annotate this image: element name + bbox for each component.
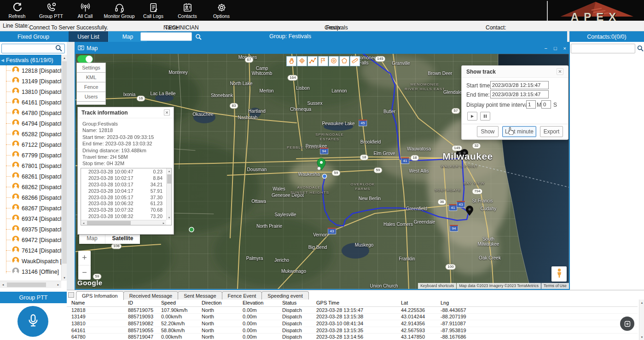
search-icon[interactable] xyxy=(637,45,644,53)
user-item[interactable]: 69472 [Dispatch] xyxy=(0,235,61,245)
contacts-search-input[interactable] xyxy=(571,44,635,53)
track-point-row[interactable]: 2023-03-28 10:08:3273.20 xyxy=(81,213,166,219)
user-item[interactable]: 68261 [Dispatch] xyxy=(0,171,61,182)
scroll-left-icon[interactable]: ◄ xyxy=(81,220,86,225)
scroll-up-icon[interactable]: ▲ xyxy=(167,168,172,173)
map-fence-button[interactable]: Fence xyxy=(76,82,106,92)
monitor-group-button[interactable]: Monitor Group xyxy=(102,0,136,21)
interval-minutes-input[interactable] xyxy=(526,100,536,109)
track-list-horizontal-scrollbar[interactable]: ◄ ► xyxy=(81,220,166,225)
ruler-tool-button[interactable] xyxy=(350,56,360,66)
user-item[interactable]: 69374 [Dispatch] xyxy=(0,213,61,224)
keyboard-shortcuts-button[interactable]: Keyboard shortcuts xyxy=(418,283,456,289)
track-list-vertical-scrollbar[interactable]: ▲ ▼ xyxy=(166,168,171,220)
track-point-list[interactable]: 2023-03-28 10:00:470.232023-03-28 10:02:… xyxy=(81,168,172,225)
terms-of-use-link[interactable]: Terms of Use xyxy=(541,283,569,289)
scroll-right-icon[interactable]: ► xyxy=(161,220,166,225)
options-button[interactable]: Options xyxy=(204,0,238,21)
position-tool-button[interactable] xyxy=(297,56,307,66)
interval-seconds-input[interactable] xyxy=(541,100,551,109)
map-layer-toggle[interactable] xyxy=(77,55,93,63)
user-item[interactable]: 13146 [Offline] xyxy=(0,266,61,277)
all-call-button[interactable]: All Call xyxy=(68,0,102,21)
group-ptt-button[interactable]: Group PTT xyxy=(34,0,68,21)
end-time-input[interactable] xyxy=(490,90,549,98)
user-item[interactable]: 69375 [Dispatch] xyxy=(0,224,61,235)
track-point-row[interactable]: 2023-03-28 10:03:1734.21 xyxy=(81,181,166,188)
tab-gps-infomation[interactable]: GPS Infomation xyxy=(76,291,124,300)
close-icon[interactable]: ✕ xyxy=(164,109,170,115)
user-item[interactable]: 64794 [Dispatch] xyxy=(0,118,61,129)
user-item[interactable]: 68262 [Dispatch] xyxy=(0,182,61,192)
ptt-mic-button[interactable] xyxy=(17,306,48,337)
minimize-icon[interactable]: − xyxy=(544,46,547,51)
user-item[interactable]: 64780 [Dispatch] xyxy=(0,108,61,118)
tab-fence-event[interactable]: Fence Event xyxy=(222,291,262,300)
scroll-down-icon[interactable]: ▼ xyxy=(639,334,644,340)
circle-tool-button[interactable] xyxy=(329,56,339,66)
polygon-tool-button[interactable] xyxy=(339,56,349,66)
pause-button[interactable] xyxy=(480,112,490,121)
export-button[interactable]: Export xyxy=(540,126,563,137)
user-item[interactable]: 68266 [Dispatch] xyxy=(0,192,61,203)
play-button[interactable]: ▶ xyxy=(467,112,477,121)
track-point-row[interactable]: 2023-03-28 10:06:3261.23 xyxy=(81,200,166,207)
search-icon[interactable] xyxy=(55,45,62,53)
screen-capture-overlay-icon[interactable] xyxy=(620,317,634,331)
panel-corner-button[interactable] xyxy=(68,292,74,298)
scroll-left-icon[interactable]: ◄ xyxy=(0,281,6,288)
user-item[interactable]: 13149 [Dispatch] xyxy=(0,76,61,86)
sidebar-vertical-scrollbar[interactable]: ▲ ▼ xyxy=(61,55,67,281)
user-item[interactable]: 67799 [Dispatch] xyxy=(0,150,61,161)
tab-sent-message[interactable]: Sent Message xyxy=(178,291,222,300)
close-icon[interactable]: × xyxy=(563,46,566,51)
map-canvas[interactable]: MontereyMonchesCampWhitcombNorth LakeMer… xyxy=(75,54,569,289)
hand-tool-button[interactable] xyxy=(286,56,296,66)
tab-user-list[interactable]: User List xyxy=(69,31,108,42)
track-point-row[interactable]: 2023-03-28 10:04:1757.91 xyxy=(81,188,166,194)
track-point-row[interactable]: 2023-03-28 10:00:470.23 xyxy=(81,168,166,175)
scrollbar-thumb[interactable] xyxy=(62,61,67,264)
scroll-right-icon[interactable]: ► xyxy=(55,281,61,288)
sidebar-horizontal-scrollbar[interactable]: ◄ ► xyxy=(0,281,61,288)
user-item[interactable]: 67801 [Dispatch] xyxy=(0,161,61,171)
call-logs-button[interactable]: Call Logs xyxy=(136,0,170,21)
start-time-input[interactable] xyxy=(490,81,549,89)
map-window-titlebar[interactable]: Map − □ × xyxy=(75,43,569,54)
group-ptt-bar[interactable]: Group PTT xyxy=(0,292,67,303)
pegman-button[interactable] xyxy=(551,266,567,282)
tab-speeding-event[interactable]: Speeding event xyxy=(261,291,308,300)
tab-received-message[interactable]: Received Message xyxy=(123,291,179,300)
scrollbar-thumb[interactable] xyxy=(7,282,46,287)
last-minute-button[interactable]: Last minute xyxy=(502,126,536,137)
polyline-tool-button[interactable] xyxy=(307,56,318,66)
user-item[interactable]: 65282 [Dispatch] xyxy=(0,129,61,139)
scroll-down-icon[interactable]: ▼ xyxy=(167,215,172,220)
track-point-row[interactable]: 2023-03-28 10:05:1737.30 xyxy=(81,194,166,201)
contacts-button[interactable]: Contacts xyxy=(170,0,204,21)
scroll-up-icon[interactable]: ▲ xyxy=(62,55,67,61)
scroll-up-icon[interactable]: ▲ xyxy=(639,300,644,305)
track-point-row[interactable]: 2023-03-28 10:02:178.84 xyxy=(81,175,166,181)
map-extra-button[interactable] xyxy=(76,101,106,105)
zoom-in-button[interactable]: + xyxy=(78,251,91,265)
map-kml-button[interactable]: KML xyxy=(76,72,106,82)
close-icon[interactable]: ✕ xyxy=(557,68,563,75)
header-search-icon[interactable] xyxy=(194,32,203,41)
scroll-down-icon[interactable]: ▼ xyxy=(62,275,67,281)
flag-tool-button[interactable] xyxy=(318,56,328,66)
group-node-festivals[interactable]: ◀ Festivals (61/19/0) xyxy=(0,55,61,65)
user-item[interactable]: 13810 [Dispatch] xyxy=(0,86,61,97)
refresh-button[interactable]: Refresh xyxy=(0,0,34,21)
header-search-input[interactable] xyxy=(140,32,192,41)
user-item[interactable]: 64161 [Dispatch] xyxy=(0,97,61,108)
show-button[interactable]: Show xyxy=(477,126,499,137)
user-item[interactable]: WaukDispatch [Dis xyxy=(0,256,61,266)
map-users-button[interactable]: Users xyxy=(76,92,106,102)
user-item[interactable]: 12818 [Dispatch] xyxy=(0,65,61,76)
maximize-icon[interactable]: □ xyxy=(554,46,557,51)
user-item[interactable]: 68267 [Dispatch] xyxy=(0,203,61,213)
track-point-row[interactable]: 2023-03-28 10:07:3270.68 xyxy=(81,207,166,213)
map-settings-button[interactable]: Settings xyxy=(76,63,106,73)
user-item[interactable]: 67122 [Dispatch] xyxy=(0,139,61,150)
